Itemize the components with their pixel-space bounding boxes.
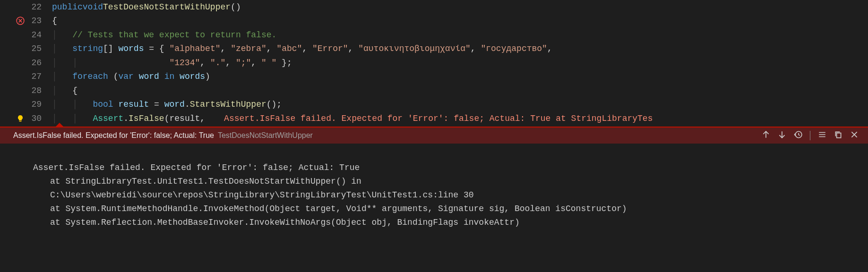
code-editor[interactable]: 22 23 24 25 26 27 28 29 30 public void T… [0,0,868,127]
line-number: 25 [27,44,42,53]
error-summary: Assert.IsFalse failed. Expected for 'Err… [13,131,214,140]
error-test-name: TestDoesNotStartWithUpper [218,131,313,140]
history-icon[interactable] [794,130,802,141]
error-message: Assert.IsFalse failed. Expected for 'Err… [33,163,360,172]
close-icon[interactable] [850,130,859,141]
lightbulb-icon[interactable] [13,115,27,122]
inline-error-text: Assert.IsFalse failed. Expected for 'Err… [224,114,653,123]
svg-rect-3 [837,133,841,138]
svg-rect-1 [19,121,22,122]
line-number: 30 [27,114,42,123]
line-number: 27 [27,72,42,81]
error-divider [0,127,868,128]
stack-trace-line: at System.RuntimeMethodHandle.InvokeMeth… [33,202,868,216]
error-panel-header: Assert.IsFalse failed. Expected for 'Err… [0,128,868,144]
line-number: 23 [27,16,42,26]
line-number: 24 [27,30,42,40]
stack-trace-line: C:\Users\webreidi\source\repos\StringLib… [33,188,868,202]
gutter: 22 23 24 25 26 27 28 29 30 [0,0,47,127]
line-number: 22 [27,2,42,12]
line-number: 26 [27,58,42,68]
copy-icon[interactable] [834,130,842,141]
code-content[interactable]: public void TestDoesNotStartWithUpper() … [47,0,868,127]
separator [810,131,810,140]
line-number: 29 [27,100,42,109]
error-panel-body[interactable]: Assert.IsFalse failed. Expected for 'Err… [0,144,868,253]
prev-error-icon[interactable] [762,130,770,141]
line-number: 28 [27,86,42,95]
next-error-icon[interactable] [778,130,786,141]
stack-trace-line: at System.Reflection.MethodBaseInvoker.I… [33,216,868,230]
list-icon[interactable] [818,130,826,141]
error-icon[interactable] [13,17,27,25]
stack-trace-line: at StringLibraryTest.UnitTest1.TestDoesN… [33,175,868,188]
